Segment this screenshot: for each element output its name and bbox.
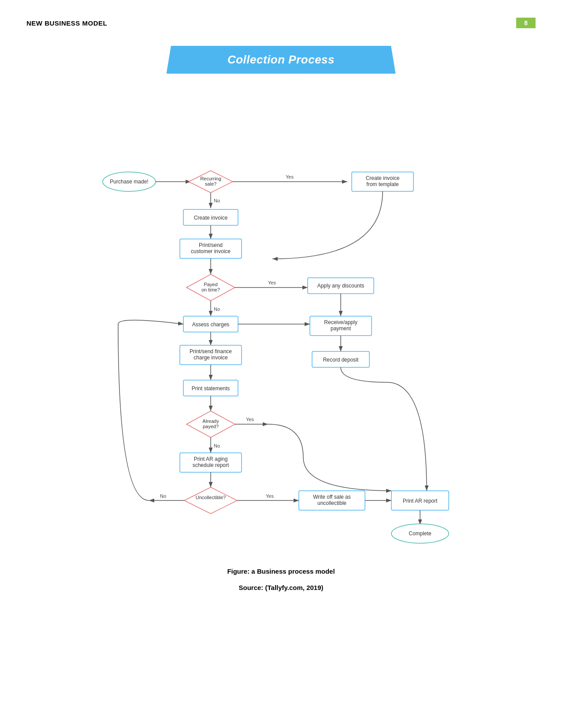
- node-print-ar-aging: Print AR aging: [194, 456, 227, 462]
- svg-text:No: No: [214, 443, 220, 448]
- svg-text:schedule report: schedule report: [192, 462, 229, 468]
- svg-text:payment: payment: [330, 325, 351, 332]
- svg-text:Yes: Yes: [246, 417, 254, 422]
- svg-text:Yes: Yes: [266, 493, 274, 499]
- node-receive-apply-payment: Receive/apply: [324, 319, 357, 325]
- flowchart: Purchase made! Recurring sale? Yes Creat…: [83, 96, 480, 545]
- svg-text:No: No: [160, 493, 166, 499]
- caption-figure: Figure: a Business process model: [26, 567, 536, 575]
- node-create-invoice: Create invoice: [194, 215, 227, 221]
- node-complete: Complete: [409, 530, 432, 537]
- node-assess-charges: Assess charges: [192, 321, 229, 328]
- page: NEW BUSINESS MODEL 8 Collection Process …: [0, 0, 562, 728]
- diagram-container: Collection Process Purchase made! Recurr…: [26, 46, 536, 545]
- svg-text:No: No: [214, 198, 220, 203]
- svg-text:uncollectible: uncollectible: [317, 500, 346, 506]
- svg-text:Yes: Yes: [286, 174, 294, 179]
- svg-text:payed?: payed?: [202, 424, 218, 429]
- svg-text:from template: from template: [366, 181, 399, 187]
- svg-text:on time?: on time?: [201, 287, 220, 292]
- node-recurring-sale: Recurring: [200, 176, 221, 181]
- svg-text:Yes: Yes: [268, 280, 276, 285]
- node-print-finance-charge: Print/send finance: [189, 348, 231, 355]
- node-paid-on-time: Payed: [204, 282, 217, 287]
- page-title: NEW BUSINESS MODEL: [26, 19, 107, 27]
- svg-text:charge invoice: charge invoice: [194, 355, 228, 361]
- node-record-deposit: Record deposit: [323, 357, 358, 363]
- diagram-title: Collection Process: [167, 46, 396, 74]
- caption-source: Source: (Tallyfy.com, 2019): [26, 584, 536, 591]
- page-number: 8: [516, 18, 536, 28]
- caption-area: Figure: a Business process model Source:…: [26, 567, 536, 591]
- node-print-ar-report: Print AR report: [402, 498, 437, 504]
- node-print-statements: Print statements: [191, 385, 230, 392]
- node-already-payed: Already: [202, 418, 219, 424]
- svg-text:sale?: sale?: [205, 181, 216, 187]
- svg-text:customer invoice: customer invoice: [190, 248, 230, 254]
- svg-marker-45: [184, 487, 237, 514]
- node-create-invoice-template: Create invoice: [365, 175, 399, 181]
- svg-text:No: No: [214, 306, 220, 312]
- header: NEW BUSINESS MODEL 8: [26, 18, 536, 28]
- node-print-send-invoice: Print/send: [198, 242, 222, 248]
- node-purchase-made: Purchase made!: [110, 179, 148, 185]
- node-apply-discounts: Apply any discounts: [317, 283, 364, 289]
- node-uncollectible: Uncollectible?: [195, 495, 225, 500]
- node-write-off-sale: Write off sale as: [313, 494, 351, 500]
